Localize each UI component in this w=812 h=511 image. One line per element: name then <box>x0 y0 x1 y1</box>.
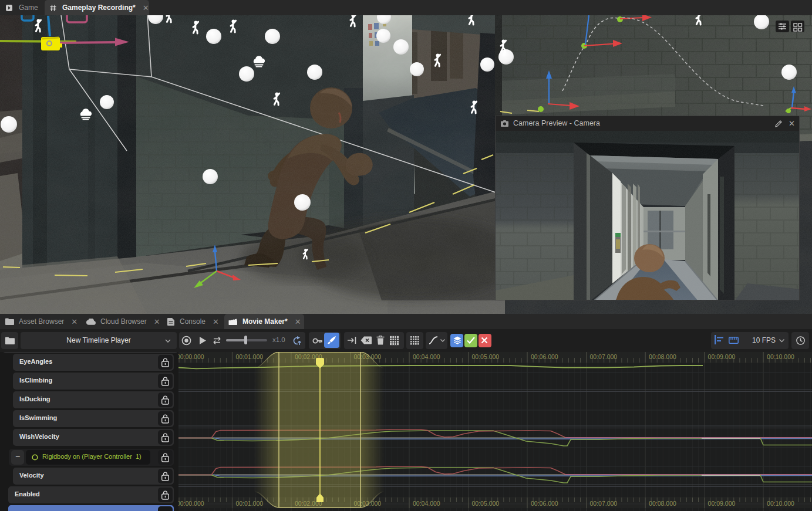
svg-text:00:07.000: 00:07.000 <box>590 500 618 507</box>
svg-text:00:08.000: 00:08.000 <box>649 500 676 507</box>
svg-text:00:09.000: 00:09.000 <box>708 500 736 507</box>
svg-text:00:00.000: 00:00.000 <box>178 353 204 360</box>
svg-text:00:10.000: 00:10.000 <box>767 353 794 360</box>
svg-text:00:01.000: 00:01.000 <box>235 353 263 360</box>
svg-text:00:01.000: 00:01.000 <box>235 500 263 507</box>
svg-text:00:10.000: 00:10.000 <box>767 500 794 507</box>
svg-text:00:00.000: 00:00.000 <box>178 500 204 507</box>
svg-text:00:09.000: 00:09.000 <box>708 353 736 360</box>
svg-text:00:05.000: 00:05.000 <box>472 353 500 360</box>
svg-text:00:04.000: 00:04.000 <box>413 353 440 360</box>
svg-text:00:08.000: 00:08.000 <box>649 353 676 360</box>
svg-text:00:06.000: 00:06.000 <box>531 353 558 360</box>
svg-text:00:05.000: 00:05.000 <box>472 500 500 507</box>
svg-text:00:04.000: 00:04.000 <box>413 500 440 507</box>
svg-text:00:06.000: 00:06.000 <box>531 500 558 507</box>
svg-text:00:07.000: 00:07.000 <box>590 353 618 360</box>
